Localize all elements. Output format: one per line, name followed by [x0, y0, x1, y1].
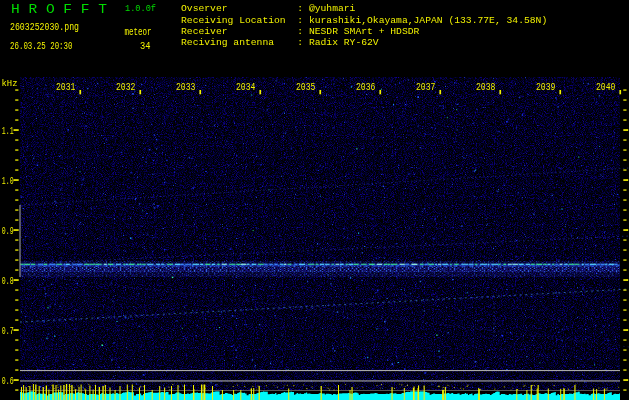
svg-text:2035: 2035	[296, 82, 316, 93]
svg-text:kHz: kHz	[2, 78, 18, 89]
svg-text:2040: 2040	[596, 82, 616, 93]
svg-text:2039: 2039	[536, 82, 556, 93]
svg-text:0.7: 0.7	[2, 325, 14, 337]
svg-text:2034: 2034	[236, 82, 256, 93]
svg-text:2033: 2033	[176, 82, 196, 93]
svg-text:2036: 2036	[356, 82, 376, 93]
svg-text:Ovserver : @yuhmari: Ovserver : @yuhmari	[181, 3, 356, 14]
svg-text:H R O F F T: H R O F F T	[11, 3, 108, 17]
svg-text:26.03.25 20:30: 26.03.25 20:30	[10, 41, 73, 52]
svg-text:0.9: 0.9	[2, 225, 14, 237]
svg-text:2603252030.png: 2603252030.png	[10, 22, 79, 33]
svg-text:Reciving antenna : Radix RY: Reciving antenna : Radix RY-62V	[181, 37, 379, 48]
svg-text:0.8: 0.8	[2, 275, 14, 287]
svg-text:2037: 2037	[416, 82, 436, 93]
svg-text:34: 34	[140, 41, 151, 52]
svg-text:Receiver : NESDR SM: Receiver : NESDR SMArt + HDSDR	[181, 26, 420, 37]
svg-text:meteor: meteor	[125, 27, 152, 38]
svg-text:1.0: 1.0	[2, 175, 14, 187]
svg-text:1.1: 1.1	[2, 125, 14, 137]
svg-text:0.6: 0.6	[2, 375, 14, 387]
svg-text:2038: 2038	[476, 82, 496, 93]
svg-text:Receiving Location : kurashik: Receiving Location : kurashiki,Okayama,J…	[181, 15, 547, 26]
svg-text:1.0.0f: 1.0.0f	[125, 4, 156, 14]
svg-text:2032: 2032	[116, 82, 136, 93]
svg-text:2031: 2031	[56, 82, 76, 93]
